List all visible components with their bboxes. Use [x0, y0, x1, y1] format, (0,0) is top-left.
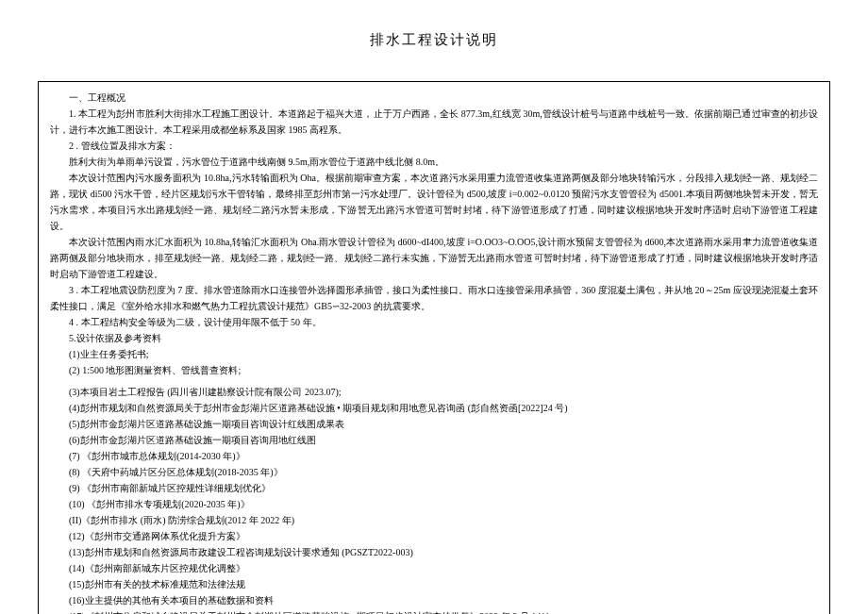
page-title: 排水工程设计说明 [38, 28, 830, 53]
ref-item-15: (15)彭州市有关的技术标准规范和法律法规 [50, 576, 818, 592]
paragraph-7: 5.设计依据及参考资料 [50, 330, 818, 346]
ref-item-13: (13)彭州市规划和自然资源局市政建设工程咨询规划设计要求通知 (PGSZT20… [50, 544, 818, 560]
section-header-overview: 一、工程概况 [50, 90, 818, 106]
ref-item-1: (1)业主任务委托书; [50, 346, 818, 362]
paragraph-1: 1. 本工程为彭州市胜利大街排水工程施工图设计。本道路起于福兴大道，止于万户西路… [50, 106, 818, 138]
paragraph-3: 本次设计范围内污水服务面积为 10.8ha,污水转输面积为 Oha。根据前期审查… [50, 170, 818, 234]
paragraph-2a: 胜利大街为单雨单污设置，污水管位于道路中线南侧 9.5m,雨水管位于道路中线北侧… [50, 154, 818, 170]
ref-item-6: (6)彭州市金彭湖片区道路基础设施一期项目咨询用地红线图 [50, 432, 818, 448]
ref-item-8: (8) 《天府中药城片区分区总体规划(2018-2035 年)》 [50, 464, 818, 480]
document-body: 一、工程概况 1. 本工程为彭州市胜利大街排水工程施工图设计。本道路起于福兴大道… [38, 81, 830, 615]
paragraph-6: 4 . 本工程结构安全等级为二级，设计使用年限不低于 50 年。 [50, 314, 818, 330]
ref-item-12: (12)《彭州市交通路网体系优化提升方案》 [50, 528, 818, 544]
paragraph-5: 3 . 本工程地震设防烈度为 7 度。排水管道除雨水口连接管外选择圆形承插管，接… [50, 282, 818, 314]
ref-item-2: (2) 1:500 地形图测量资料、管线普查资料; [50, 362, 818, 378]
ref-item-17: (17)《彭州市住房和城乡建设局关于彭州市金彭湖片区道路基础设施 • 期项目初步… [50, 608, 818, 615]
paragraph-2: 2 . 管线位置及排水方案： [50, 138, 818, 154]
ref-item-4: (4)彭州市规划和自然资源局关于彭州市金彭湖片区道路基础设施 • 期项目规划和用… [50, 400, 818, 416]
ref-item-10: (10) 《彭州市排水专项规划(2020-2035 年)》 [50, 496, 818, 512]
paragraph-4: 本次设计范围内雨水汇水面积为 10.8ha,转输汇水面积为 Oha.雨水管设计管… [50, 234, 818, 282]
ref-item-7: (7) 《彭州市城市总体规划(2014-2030 年)》 [50, 448, 818, 464]
ref-item-14: (14)《彭州南部新城东片区控规优化调整》 [50, 560, 818, 576]
ref-item-11: (II)《彭州市排水 (雨水) 防涝综合规划(2012 年 2022 年) [50, 512, 818, 528]
ref-item-5: (5)彭州市金彭湖片区道路基础设施一期项目咨询设计红线图成果表 [50, 416, 818, 432]
ref-item-3: (3)本项目岩土工程报告 (四川省川建勘察设计院有限公司 2023.07); [50, 384, 818, 400]
ref-item-9: (9) 《彭州市南部新城片区控规性详细规划优化》 [50, 480, 818, 496]
ref-item-16: (16)业主提供的其他有关本项目的基础数据和资料 [50, 592, 818, 608]
